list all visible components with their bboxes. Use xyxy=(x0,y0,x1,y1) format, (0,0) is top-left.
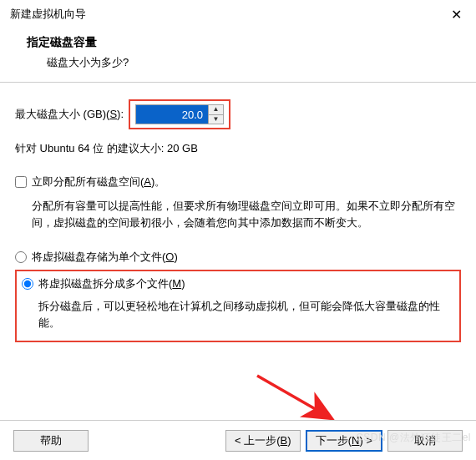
cancel-button[interactable]: 取消 xyxy=(387,430,463,452)
window-title: 新建虚拟机向导 xyxy=(10,7,86,22)
max-disk-size-label: 最大磁盘大小 (GB)(S): xyxy=(15,107,124,122)
spinner-up-icon[interactable]: ▲ xyxy=(209,105,223,115)
max-disk-size-highlight: ▲ ▼ xyxy=(129,99,230,129)
max-disk-size-spinner[interactable]: ▲ ▼ xyxy=(135,104,224,124)
back-button[interactable]: < 上一步(B) xyxy=(225,430,301,452)
spinner-down-icon[interactable]: ▼ xyxy=(209,115,223,124)
split-multiple-files-radio[interactable] xyxy=(22,278,33,290)
max-disk-size-input[interactable] xyxy=(136,105,208,124)
recommended-size-text: 针对 Ubuntu 64 位 的建议大小: 20 GB xyxy=(15,141,461,156)
help-button[interactable]: 帮助 xyxy=(13,430,89,452)
split-multiple-files-label: 将虚拟磁盘拆分成多个文件(M) xyxy=(38,276,185,291)
header-subtitle: 磁盘大小为多少? xyxy=(27,55,459,70)
wizard-header: 指定磁盘容量 磁盘大小为多少? xyxy=(0,28,476,83)
split-multiple-files-description: 拆分磁盘后，可以更轻松地在计算机之间移动虚拟机，但可能会降低大容量磁盘的性能。 xyxy=(22,298,454,331)
store-single-file-radio[interactable] xyxy=(15,251,27,263)
allocate-now-label: 立即分配所有磁盘空间(A)。 xyxy=(32,174,165,190)
close-icon[interactable]: ✕ xyxy=(444,3,468,26)
header-title: 指定磁盘容量 xyxy=(27,35,459,50)
allocate-now-description: 分配所有容量可以提高性能，但要求所有物理磁盘空间立即可用。如果不立即分配所有空间… xyxy=(15,198,461,231)
svg-line-0 xyxy=(257,376,330,417)
allocate-now-checkbox[interactable] xyxy=(15,176,27,188)
split-option-highlight: 将虚拟磁盘拆分成多个文件(M) 拆分磁盘后，可以更轻松地在计算机之间移动虚拟机，… xyxy=(15,270,461,341)
wizard-button-bar: 帮助 < 上一步(B) 下一步(N) > 取消 xyxy=(0,420,476,460)
next-button[interactable]: 下一步(N) > xyxy=(306,430,382,452)
store-single-file-label: 将虚拟磁盘存储为单个文件(O) xyxy=(32,250,178,265)
